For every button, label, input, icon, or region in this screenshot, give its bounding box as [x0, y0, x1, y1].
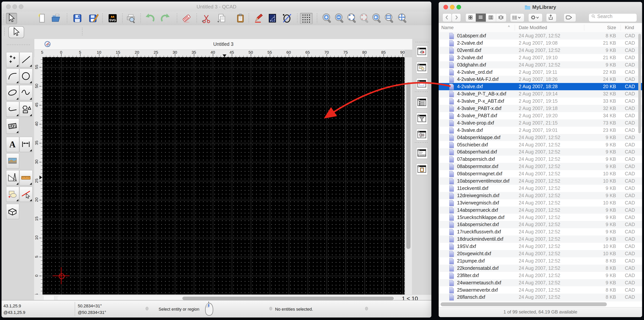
- finder-titlebar[interactable]: MyLibrary: [439, 2, 642, 12]
- file-row[interactable]: 26flansch.dxf24 Aug 2007, 12:528 KBCAD: [439, 294, 642, 301]
- file-row[interactable]: 01absperr.dxf24 Aug 2007, 12:528 KBCAD: [439, 32, 642, 40]
- column-header-size[interactable]: Size: [573, 25, 616, 30]
- scrollbar-thumb[interactable]: [638, 34, 641, 133]
- ellipse-tool[interactable]: [6, 85, 19, 100]
- open-file-button[interactable]: [51, 13, 62, 24]
- list-vertical-scrollbar[interactable]: [638, 33, 641, 300]
- scrollbar-thumb[interactable]: [182, 296, 394, 300]
- measure-tool[interactable]: [6, 170, 19, 186]
- grid-toggle-button[interactable]: [300, 13, 312, 24]
- file-row[interactable]: 12dreiwegmisch.dxf24 Aug 2007, 12:529 KB…: [439, 192, 642, 199]
- zoom-selection-button[interactable]: [359, 13, 370, 24]
- save-as-button[interactable]: [88, 13, 99, 24]
- file-row[interactable]: 03dghahn.dxf24 Aug 2007, 12:529 KBCAD: [439, 61, 642, 68]
- tab-untitled-3[interactable]: Untitled 3: [34, 42, 412, 47]
- cut-button[interactable]: [201, 13, 212, 24]
- list-view-button[interactable]: [476, 14, 486, 22]
- column-header-date-modified[interactable]: Date Modified: [519, 25, 547, 30]
- layer-list-toggle[interactable]: [416, 97, 428, 108]
- copy-button[interactable]: [216, 13, 227, 24]
- image-tool[interactable]: [6, 153, 19, 168]
- svg-export-button[interactable]: SVG: [107, 13, 118, 24]
- file-row[interactable]: 13vierwegmisch.dxf24 Aug 2007, 12:5210 K…: [439, 199, 642, 206]
- file-row[interactable]: 02ventil.dxf24 Aug 2007, 12:529 KBCAD: [439, 47, 642, 54]
- file-row[interactable]: 24waermetausch.dxf24 Aug 2007, 12:529 KB…: [439, 279, 642, 286]
- toolbox-handle[interactable]: [7, 44, 30, 45]
- file-row[interactable]: 15rueckschlklappe.dxf24 Aug 2007, 12:529…: [439, 214, 642, 221]
- back-button[interactable]: [442, 14, 452, 22]
- search-input[interactable]: Search: [589, 14, 637, 22]
- draw-button[interactable]: [253, 13, 264, 24]
- zoom-in-button[interactable]: [322, 13, 332, 24]
- dimension-tool[interactable]: [20, 137, 32, 152]
- paste-button[interactable]: [235, 13, 246, 24]
- file-row[interactable]: 17rueckflussverh.dxf24 Aug 2007, 12:529 …: [439, 228, 642, 236]
- qcad-titlebar[interactable]: Untitled 3 - QCAD: [2, 2, 432, 12]
- print-preview-button[interactable]: [126, 13, 136, 24]
- line-tool[interactable]: [20, 52, 32, 68]
- column-view-button[interactable]: [486, 14, 496, 22]
- list-horizontal-scrollbar[interactable]: [439, 301, 642, 308]
- save-button[interactable]: [72, 13, 83, 24]
- coverflow-view-button[interactable]: [496, 14, 506, 22]
- circle-tool[interactable]: [20, 68, 32, 84]
- column-header-kind[interactable]: Kind: [625, 25, 634, 30]
- file-row[interactable]: 20svgewicht.dxf24 Aug 2007, 12:5210 KBCA…: [439, 250, 642, 257]
- previous-view-button[interactable]: [372, 13, 382, 24]
- file-row[interactable]: 4-3valve.dxf2 Aug 2007, 19:0123 KBCAD: [439, 127, 642, 134]
- file-row[interactable]: 4-3valve_PABT.dxf2 Aug 2007, 19:2034 KBC…: [439, 112, 642, 120]
- zoom-out-button[interactable]: [334, 13, 345, 24]
- file-row[interactable]: 08absperrmotor.dxf24 Aug 2007, 12:529 KB…: [439, 163, 642, 170]
- file-row[interactable]: 05schieber.dxf24 Aug 2007, 12:529 KBCAD: [439, 141, 642, 148]
- file-row[interactable]: 4-3valve_P-T_AB-x.dxf2 Aug 2007, 19:1432…: [439, 90, 642, 98]
- file-row[interactable]: 4-2valve-MA-FJ.dxf2 Aug 2007, 18:2624 KB…: [439, 76, 642, 83]
- forward-button[interactable]: [452, 14, 461, 22]
- file-row[interactable]: 16absperrsicher.dxf24 Aug 2007, 12:529 K…: [439, 221, 642, 228]
- file-row[interactable]: 11eckventil.dxf24 Aug 2007, 12:529 KBCAD: [439, 185, 642, 192]
- file-row[interactable]: 07absperrsich.dxf24 Aug 2007, 12:529 KBC…: [439, 156, 642, 163]
- file-row[interactable]: 09absperrmagnet.dxf24 Aug 2007, 12:5210 …: [439, 170, 642, 178]
- icon-view-button[interactable]: [466, 14, 476, 22]
- shape-tool[interactable]: [20, 102, 32, 117]
- selection-filter-toggle[interactable]: [416, 113, 428, 124]
- auto-zoom-button[interactable]: [346, 13, 357, 24]
- polyline-tool[interactable]: [6, 102, 19, 117]
- file-row[interactable]: 25waermeverbr.dxf24 Aug 2007, 12:528 KBC…: [439, 286, 642, 294]
- ruler-tool[interactable]: [20, 170, 32, 186]
- file-row[interactable]: 4-2valve_ord.dxf2 Aug 2007, 19:1122 KBCA…: [439, 68, 642, 76]
- tags-button[interactable]: [564, 14, 576, 22]
- file-row[interactable]: 3-2valve.dxf2 Aug 2007, 19:1021 KBCAD: [439, 54, 642, 61]
- action-button[interactable]: [528, 14, 542, 22]
- arc-tool[interactable]: [6, 68, 19, 84]
- selection-tool-button[interactable]: [267, 13, 278, 24]
- info-tool[interactable]: [6, 187, 19, 202]
- file-row[interactable]: 19SV.dxf24 Aug 2007, 12:5210 KBCAD: [439, 243, 642, 250]
- file-row[interactable]: 10absperrventilmotor.dxf24 Aug 2007, 12:…: [439, 178, 642, 185]
- file-row[interactable]: 23filter.dxf24 Aug 2007, 12:529 KBCAD: [439, 272, 642, 279]
- block-list-toggle[interactable]: [416, 62, 428, 74]
- modify-tool[interactable]: [20, 187, 32, 202]
- file-row[interactable]: 14absperrrueck.dxf24 Aug 2007, 12:529 KB…: [439, 206, 642, 214]
- file-row[interactable]: 4-3valve_P-x_ABT.dxf2 Aug 2007, 19:1533 …: [439, 98, 642, 105]
- property-editor-toggle[interactable]: [416, 46, 428, 57]
- column-divider[interactable]: [515, 24, 515, 31]
- redo-button[interactable]: [160, 13, 171, 24]
- pointer-tool-button[interactable]: [6, 13, 17, 24]
- file-row[interactable]: 4-3valve-prop.dxf2 Aug 2007, 21:1573 KBC…: [439, 120, 642, 127]
- pan-button[interactable]: [397, 13, 408, 24]
- canvas-vertical-scrollbar[interactable]: [405, 57, 412, 295]
- file-row[interactable]: 04absperrklappe.dxf24 Aug 2007, 12:529 K…: [439, 134, 642, 141]
- file-row[interactable]: 4-3valve_PABT-x.dxf2 Aug 2007, 19:1832 K…: [439, 105, 642, 112]
- file-row[interactable]: 4-2valve.dxf2 Aug 2007, 18:2820 KBCAD: [439, 83, 642, 90]
- delete-button[interactable]: [181, 13, 192, 24]
- undo-button[interactable]: [144, 13, 155, 24]
- file-row[interactable]: 22kondensatabl.dxf24 Aug 2007, 12:528 KB…: [439, 264, 642, 272]
- file-row[interactable]: 06absperrhand.dxf24 Aug 2007, 12:529 KBC…: [439, 148, 642, 156]
- solid-tool[interactable]: [6, 204, 19, 219]
- dock-handle[interactable]: [416, 42, 428, 42]
- library-browser-toggle[interactable]: [416, 129, 428, 140]
- hatch-tool[interactable]: [6, 118, 19, 134]
- toolbar-handle[interactable]: [82, 28, 82, 36]
- spline-tool[interactable]: [20, 85, 32, 100]
- share-button[interactable]: [546, 14, 556, 22]
